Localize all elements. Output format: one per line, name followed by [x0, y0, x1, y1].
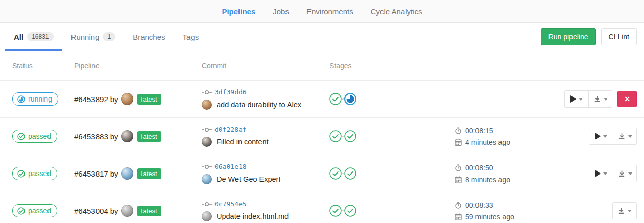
tab-branches[interactable]: Branches: [124, 23, 174, 51]
tab-running-label: Running: [71, 33, 100, 41]
pipelines-table-header: Status Pipeline Commit Stages: [0, 51, 644, 81]
status-label: passed: [28, 207, 51, 215]
stage-running-icon[interactable]: [344, 93, 356, 105]
header-commit: Commit: [202, 62, 329, 70]
manual-actions-group: [564, 90, 612, 108]
status-label: running: [28, 95, 52, 103]
pipeline-author-avatar[interactable]: [121, 130, 133, 142]
artifacts-download-dropdown[interactable]: [613, 128, 636, 144]
stage-passed-icon[interactable]: [344, 130, 356, 142]
commit-message-link[interactable]: Filled in content: [217, 138, 269, 146]
pipeline-row: running #6453892 by latest 3df39dd6 add …: [0, 81, 644, 118]
commit-icon: [202, 127, 212, 132]
stage-passed-icon[interactable]: [329, 205, 342, 217]
commit-message-link[interactable]: Update index.html.md: [217, 212, 289, 220]
manual-actions-group: [589, 128, 637, 145]
stopwatch-icon: [455, 164, 462, 171]
duration-text: 00:08:50: [465, 164, 493, 172]
status-badge[interactable]: running: [12, 92, 58, 106]
tab-running[interactable]: Running 1: [62, 23, 125, 51]
manual-actions-group: [589, 165, 637, 182]
play-actions-dropdown[interactable]: [589, 128, 613, 144]
commit-sha-link[interactable]: 06a01e18: [214, 163, 247, 170]
nav-item-pipelines[interactable]: Pipelines: [222, 7, 255, 16]
pipeline-author-avatar[interactable]: [121, 205, 133, 217]
project-nav: Pipelines Jobs Environments Cycle Analyt…: [0, 0, 644, 23]
tab-all[interactable]: All 16831: [5, 23, 62, 51]
stage-passed-icon[interactable]: [329, 130, 342, 142]
tab-all-label: All: [14, 33, 23, 41]
latest-badge[interactable]: latest: [137, 131, 161, 142]
header-pipeline: Pipeline: [74, 62, 202, 70]
latest-badge[interactable]: latest: [137, 206, 161, 216]
nav-item-environments[interactable]: Environments: [306, 7, 353, 16]
status-badge[interactable]: passed: [12, 167, 57, 180]
passed-icon: [17, 207, 25, 215]
pipeline-author-avatar[interactable]: [121, 93, 133, 105]
play-actions-dropdown[interactable]: [589, 165, 613, 182]
by-label: by: [110, 95, 118, 104]
commit-author-avatar[interactable]: [202, 174, 212, 184]
run-pipeline-button[interactable]: Run pipeline: [541, 28, 596, 45]
stage-passed-icon[interactable]: [344, 205, 356, 217]
pipelines-tab-bar: All 16831 Running 1 Branches Tags Run pi…: [0, 23, 644, 51]
pipeline-author-avatar[interactable]: [121, 167, 133, 180]
finished-ago-text: 8 minutes ago: [465, 176, 510, 184]
tab-bar-actions: Run pipeline CI Lint: [541, 23, 639, 51]
ci-lint-button[interactable]: CI Lint: [601, 28, 637, 45]
chevron-down-icon: [604, 98, 608, 101]
latest-badge[interactable]: latest: [137, 94, 161, 105]
pipeline-row: passed #6453004 by latest 0c7954e5 Updat…: [0, 192, 644, 223]
pipeline-row: passed #6453817 by latest 06a01e18 De We…: [0, 155, 644, 192]
chevron-down-icon: [579, 98, 583, 101]
tab-tags-label: Tags: [183, 33, 199, 41]
status-label: passed: [28, 169, 51, 178]
commit-author-avatar[interactable]: [202, 100, 212, 110]
pipeline-id-link[interactable]: #6453817: [74, 169, 108, 178]
commit-message-link[interactable]: add data durability to Alex: [217, 101, 301, 109]
stage-passed-icon[interactable]: [329, 93, 342, 105]
commit-author-avatar[interactable]: [202, 211, 212, 221]
status-badge[interactable]: passed: [12, 130, 57, 143]
play-icon: [595, 170, 601, 177]
chevron-down-icon: [603, 172, 607, 175]
latest-badge[interactable]: latest: [137, 168, 161, 179]
commit-icon: [202, 90, 212, 95]
artifacts-download-dropdown[interactable]: [613, 203, 636, 219]
commit-author-avatar[interactable]: [202, 137, 212, 147]
by-label: by: [110, 169, 118, 178]
pipeline-id-link[interactable]: #6453892: [74, 95, 108, 104]
commit-sha-link[interactable]: 3df39dd6: [214, 88, 247, 96]
nav-item-jobs[interactable]: Jobs: [273, 7, 289, 16]
finished-ago-text: 59 minutes ago: [465, 213, 514, 221]
pipeline-id-link[interactable]: #6453883: [74, 132, 108, 141]
finished-ago-text: 4 minutes ago: [465, 138, 510, 146]
commit-sha-link[interactable]: 0c7954e5: [214, 200, 247, 208]
duration-text: 00:08:15: [465, 127, 493, 135]
by-label: by: [110, 207, 118, 215]
nav-item-cycle-analytics[interactable]: Cycle Analytics: [371, 7, 422, 16]
stage-passed-icon[interactable]: [329, 167, 342, 180]
header-stages: Stages: [329, 62, 455, 70]
commit-icon: [202, 202, 212, 207]
stage-passed-icon[interactable]: [344, 167, 356, 180]
status-badge[interactable]: passed: [12, 204, 57, 217]
header-status: Status: [12, 62, 74, 70]
cancel-pipeline-button[interactable]: ✕: [617, 91, 637, 107]
stopwatch-icon: [455, 127, 462, 134]
by-label: by: [110, 132, 118, 141]
commit-sha-link[interactable]: d0f228af: [214, 126, 247, 133]
tab-tags[interactable]: Tags: [174, 23, 208, 51]
artifacts-download-dropdown[interactable]: [613, 165, 636, 182]
running-icon: [17, 95, 25, 103]
chevron-down-icon: [628, 135, 632, 138]
play-actions-dropdown[interactable]: [565, 91, 588, 107]
artifacts-download-dropdown[interactable]: [588, 91, 612, 107]
commit-message-link[interactable]: De Wet Geo Expert: [217, 175, 280, 183]
commit-icon: [202, 164, 212, 169]
play-icon: [570, 95, 576, 103]
download-icon: [618, 170, 626, 178]
pipeline-row: passed #6453883 by latest d0f228af Fille…: [0, 118, 644, 155]
stopwatch-icon: [455, 202, 462, 209]
pipeline-id-link[interactable]: #6453004: [74, 207, 108, 215]
